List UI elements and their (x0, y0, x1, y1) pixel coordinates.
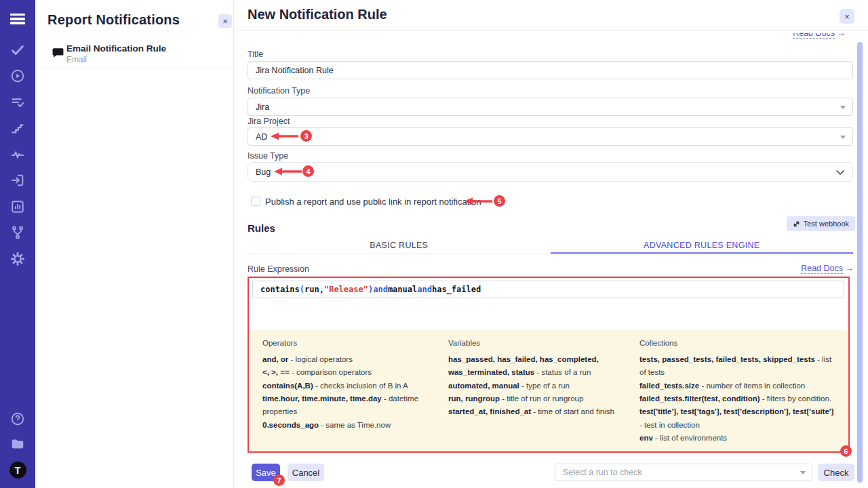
code-token: and (373, 285, 388, 294)
notification-type-select[interactable]: Jira (248, 98, 853, 116)
annotation-badge-5: 5 (494, 195, 505, 207)
tab-advanced-rules-engine[interactable]: ADVANCED RULES ENGINE (551, 237, 854, 253)
issue-type-select[interactable]: Bug (248, 162, 853, 182)
help-item: failed_tests.size - number of items in c… (639, 380, 838, 392)
annotation-arrow-issue-type (273, 167, 302, 176)
list-item-title: Email Notification Rule (66, 43, 166, 54)
read-docs-link[interactable]: Read Docs → (801, 264, 854, 273)
code-token: contains (260, 285, 300, 294)
rule-expression-editor[interactable]: contains(run, "Release") and manual and … (252, 281, 844, 298)
list-check-icon[interactable] (10, 95, 25, 110)
gear-icon[interactable] (10, 251, 25, 266)
help-item: has_passed, has_failed, has_completed, w… (448, 353, 630, 380)
help-icon[interactable] (10, 411, 25, 426)
page-title: New Notification Rule (248, 7, 387, 22)
help-column: Collectionstests, passed_tests, failed_t… (639, 339, 838, 451)
branch-icon[interactable] (10, 225, 25, 240)
annotation-badge-3: 3 (300, 130, 312, 142)
help-item: contains(A,B) - checks inclusion of B in… (262, 380, 439, 392)
help-item: failed_tests.filter(test, condition) - f… (639, 392, 838, 405)
new-notification-rule-dialog: New Notification Rule × Read Docs → Titl… (234, 0, 868, 488)
steps-icon[interactable] (10, 121, 25, 136)
annotation-arrow-jira-project (270, 132, 298, 140)
play-circle-icon[interactable] (10, 68, 25, 83)
dialog-close-button[interactable]: × (840, 9, 854, 24)
dropdown-caret-icon (800, 471, 806, 474)
publish-report-label: Publish a report and use public link in … (265, 197, 481, 207)
list-item-subtitle: Email (66, 55, 87, 64)
panel-close-button[interactable]: × (218, 14, 232, 28)
publish-report-checkbox[interactable] (251, 197, 260, 206)
dropdown-caret-icon (840, 106, 846, 109)
code-token: and (417, 285, 432, 294)
run-to-check-select[interactable]: Select a run to check (555, 464, 812, 481)
jira-project-label: Jira Project (248, 117, 290, 126)
cancel-button[interactable]: Cancel (288, 464, 324, 481)
chevron-down-icon (836, 170, 844, 175)
code-token: ) (368, 285, 373, 294)
help-column-header: Operators (262, 339, 439, 347)
app-sidebar: T (0, 0, 35, 488)
annotation-badge-7: 7 (273, 474, 285, 486)
chat-bubble-icon (52, 46, 64, 58)
expression-help-panel: Operatorsand, or - logical operators<, >… (250, 330, 848, 451)
help-item: and, or - logical operators (262, 353, 439, 366)
vertical-scrollbar[interactable] (857, 42, 863, 483)
title-input[interactable]: Jira Notification Rule (248, 61, 853, 79)
help-item: time.hour, time.minute, time.day - datet… (262, 392, 439, 419)
code-token: run, (304, 285, 324, 294)
help-column-header: Collections (639, 339, 838, 347)
folder-icon[interactable] (10, 436, 25, 451)
help-column: Operatorsand, or - logical operators<, >… (262, 339, 439, 451)
code-token: has_failed (432, 285, 481, 294)
code-token: ( (300, 285, 304, 294)
code-token: manual (388, 285, 417, 294)
list-item-email-rule[interactable]: Email Notification Rule Email (41, 39, 233, 68)
check-icon[interactable] (10, 43, 25, 58)
rules-tabs: BASIC RULES ADVANCED RULES ENGINE (248, 237, 853, 253)
code-token: "Release" (324, 285, 368, 294)
menu-icon[interactable] (10, 12, 25, 26)
annotation-badge-4: 4 (302, 165, 314, 177)
annotation-arrow-publish (464, 197, 492, 205)
help-item: automated, manual - type of a run (448, 380, 630, 392)
help-item: tests, passed_tests, failed_tests, skipp… (639, 353, 838, 380)
check-button[interactable]: Check (818, 464, 854, 481)
sign-in-icon[interactable] (10, 173, 25, 188)
test-webhook-button[interactable]: Test webhook (787, 216, 855, 231)
tab-basic-rules[interactable]: BASIC RULES (248, 237, 551, 253)
dialog-header: New Notification Rule × (234, 0, 868, 31)
help-item: started_at, finished_at - time of start … (448, 405, 630, 418)
rule-expression-label: Rule Expression (248, 264, 309, 274)
bar-chart-icon[interactable] (10, 199, 25, 214)
report-notifications-panel: Report Notifications × Email Notificatio… (35, 0, 234, 488)
help-column: Variableshas_passed, has_failed, has_com… (448, 339, 630, 451)
dropdown-caret-icon (840, 136, 846, 139)
read-docs-link-clipped: Read Docs → (793, 33, 846, 41)
help-column-header: Variables (448, 339, 630, 347)
help-item: <, >, == - comparison operators (262, 366, 439, 379)
activity-icon[interactable] (10, 147, 25, 162)
panel-title: Report Notifications (47, 12, 180, 28)
avatar-t[interactable]: T (9, 462, 26, 479)
webhook-icon (793, 220, 800, 228)
notification-type-label: Notification Type (248, 86, 310, 96)
title-label: Title (248, 49, 263, 59)
read-docs-link-top[interactable]: Read Docs → (793, 33, 846, 38)
help-item: test['title'], test['tags'], test['descr… (639, 405, 838, 432)
help-item: env - list of environments (639, 432, 838, 445)
rules-heading: Rules (248, 222, 275, 234)
issue-type-label: Issue Type (248, 151, 288, 161)
jira-project-select[interactable]: AD (248, 127, 853, 146)
annotation-badge-6: 6 (840, 445, 852, 457)
help-item: 0.seconds_ago - same as Time.now (262, 419, 439, 432)
help-item: run, rungroup - title of run or rungroup (448, 392, 630, 405)
